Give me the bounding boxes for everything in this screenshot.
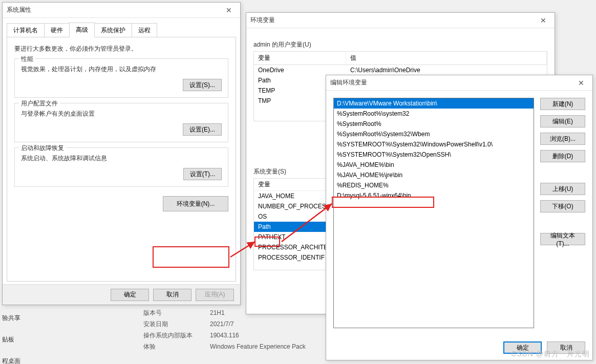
user-profiles-group: 用户配置文件 与登录帐户有关的桌面设置 设置(E)... — [14, 103, 228, 142]
bg-item: 贴板 — [2, 329, 20, 350]
close-icon[interactable]: ✕ — [536, 16, 550, 25]
move-up-button[interactable]: 上移(U) — [540, 183, 585, 195]
browse-button[interactable]: 浏览(B)... — [540, 133, 585, 145]
user-vars-label: admin 的用户变量(U) — [253, 40, 547, 49]
delete-button[interactable]: 删除(D) — [540, 150, 585, 162]
tab-hardware[interactable]: 硬件 — [44, 23, 70, 37]
tabs: 计算机名 硬件 高级 系统保护 远程 — [3, 18, 240, 37]
bg-item: 验共享 — [2, 307, 20, 329]
move-down-button[interactable]: 下移(O) — [540, 200, 585, 212]
dialog-title: 编辑环境变量 — [330, 78, 574, 87]
user-vars-header: 变量值 — [253, 51, 547, 65]
tab-computer-name[interactable]: 计算机名 — [7, 23, 45, 37]
list-item[interactable]: %SystemRoot%\System32\Wbem — [334, 129, 534, 139]
intro-text: 要进行大多数更改，你必须作为管理员登录。 — [14, 45, 228, 53]
dialog-title: 系统属性 — [7, 6, 222, 14]
edit-button[interactable]: 编辑(E) — [540, 115, 585, 127]
list-item[interactable]: D:\mysql-5.6.51-winx64\bin — [334, 190, 534, 201]
tab-remote[interactable]: 远程 — [132, 23, 157, 37]
path-list[interactable]: D:\VMware\VMware Workstation\bin\%System… — [333, 98, 534, 328]
new-button[interactable]: 新建(N) — [540, 98, 585, 110]
ok-button[interactable]: 确定 — [111, 289, 149, 301]
edit-text-button[interactable]: 编辑文本(T)... — [540, 233, 585, 245]
close-icon[interactable]: ✕ — [574, 79, 588, 87]
list-item[interactable]: %REDIS_HOME% — [334, 180, 534, 190]
dialog-title: 环境变量 — [250, 16, 536, 25]
profiles-settings-button[interactable]: 设置(E)... — [183, 123, 222, 136]
list-item[interactable]: %JAVA_HOME%\bin — [334, 160, 534, 170]
watermark: CSDN @前方一片光明 — [511, 350, 590, 359]
list-item[interactable]: %SYSTEMROOT%\System32\WindowsPowerShell\… — [334, 139, 534, 149]
edit-environment-variable-dialog: 编辑环境变量 ✕ D:\VMware\VMware Workstation\bi… — [326, 75, 593, 360]
list-item[interactable]: %SYSTEMROOT%\System32\OpenSSH\ — [334, 149, 534, 160]
list-item[interactable]: %JAVA_HOME%\jre\bin — [334, 170, 534, 180]
bg-item: 程桌面 — [2, 350, 20, 364]
list-item[interactable]: %SystemRoot%\system32 — [334, 109, 534, 119]
startup-recovery-group: 启动和故障恢复 系统启动、系统故障和调试信息 设置(T)... — [14, 147, 228, 187]
apply-button[interactable]: 应用(A) — [196, 289, 234, 301]
list-item[interactable]: D:\VMware\VMware Workstation\bin\ — [334, 98, 534, 109]
table-row[interactable]: OneDriveC:\Users\admin\OneDrive — [254, 65, 547, 75]
startup-settings-button[interactable]: 设置(T)... — [183, 168, 222, 180]
tab-system-protection[interactable]: 系统保护 — [94, 23, 132, 37]
environment-variables-button[interactable]: 环境变量(N)... — [163, 196, 228, 211]
system-properties-dialog: 系统属性 ✕ 计算机名 硬件 高级 系统保护 远程 要进行大多数更改，你必须作为… — [2, 2, 241, 305]
cancel-button[interactable]: 取消 — [153, 289, 191, 301]
performance-group: 性能 视觉效果，处理器计划，内存使用，以及虚拟内存 设置(S)... — [14, 58, 228, 98]
tab-advanced[interactable]: 高级 — [69, 23, 95, 37]
list-item[interactable]: %SystemRoot% — [334, 119, 534, 129]
performance-settings-button[interactable]: 设置(S)... — [183, 79, 222, 91]
close-icon[interactable]: ✕ — [222, 6, 236, 14]
